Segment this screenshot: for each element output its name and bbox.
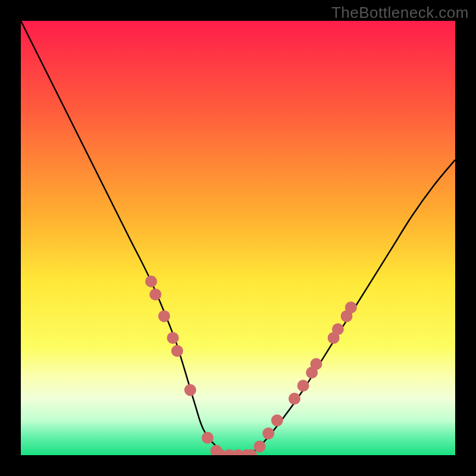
- curve-marker: [289, 393, 300, 405]
- curve-marker: [262, 428, 274, 440]
- plot-area: [21, 21, 455, 455]
- curve-marker: [298, 380, 309, 392]
- curve-marker: [332, 323, 344, 335]
- curve-marker: [158, 310, 170, 322]
- chart-frame: TheBottleneck.com: [0, 0, 476, 476]
- curve-marker: [149, 289, 161, 300]
- curve-marker: [254, 440, 266, 452]
- curve-marker: [145, 275, 157, 287]
- curve-marker: [184, 384, 196, 396]
- curve-markers: [145, 275, 357, 455]
- curve-marker: [202, 432, 214, 444]
- curve-marker: [310, 358, 322, 370]
- curve-marker: [345, 302, 357, 314]
- curve-marker: [171, 345, 183, 357]
- bottleneck-curve: [21, 21, 455, 455]
- curve-marker: [271, 415, 283, 427]
- curve-marker: [167, 332, 179, 344]
- watermark-text: TheBottleneck.com: [331, 4, 469, 22]
- curve-layer: [21, 21, 455, 455]
